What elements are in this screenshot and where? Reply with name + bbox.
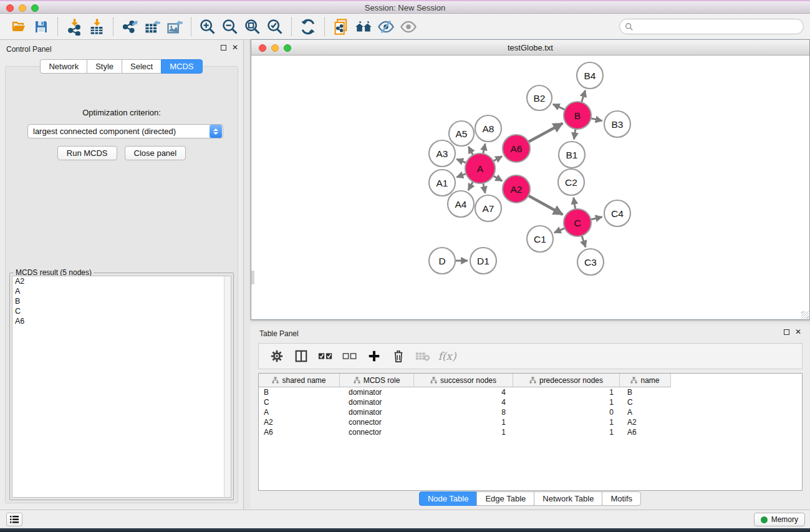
memory-status-icon [761, 516, 768, 523]
node-table[interactable]: shared nameMCDS rolesuccessor nodesprede… [258, 373, 803, 491]
search-icon [625, 22, 634, 31]
node-label-A8: A8 [483, 123, 494, 134]
function-icon: f(x) [438, 347, 456, 365]
float-panel-icon[interactable] [221, 45, 226, 51]
node-label-D1: D1 [477, 256, 489, 266]
close-panel-icon[interactable]: ✕ [232, 45, 238, 51]
node-label-D: D [438, 256, 445, 266]
tab-network-table[interactable]: Network Table [534, 491, 602, 506]
cell: B [259, 388, 340, 397]
cell: dominator [340, 398, 414, 407]
mcds-result-list[interactable]: A2ABCA6 [12, 276, 231, 498]
table-row[interactable]: A2connector11A2 [259, 417, 802, 427]
session-file-icon[interactable] [330, 16, 352, 37]
run-mcds-button[interactable]: Run MCDS [57, 146, 117, 160]
table-toolbar: f(x) [258, 343, 803, 369]
table-float-icon[interactable] [784, 329, 789, 335]
zoom-fit-icon[interactable] [241, 16, 264, 37]
tab-mcds[interactable]: MCDS [161, 59, 202, 74]
table-row[interactable]: Cdominator41C [259, 397, 802, 407]
table-close-icon[interactable]: ✕ [795, 329, 801, 335]
chevron-updown-icon [210, 125, 222, 138]
optimization-select[interactable]: largest connected component (directed) [27, 124, 223, 138]
search-input[interactable] [637, 22, 798, 31]
tab-edge-table[interactable]: Edge Table [476, 491, 534, 506]
export-network-icon[interactable] [118, 16, 141, 37]
column-header-predecessor-nodes[interactable]: predecessor nodes [513, 374, 620, 387]
control-panel-title: Control Panel [6, 45, 52, 54]
cell: A6 [620, 428, 671, 437]
table-row[interactable]: Adominator80A [259, 407, 802, 417]
tab-select[interactable]: Select [122, 59, 162, 74]
cell: A2 [620, 418, 671, 427]
import-table-icon[interactable] [85, 16, 108, 37]
desktop-strip [0, 528, 810, 532]
mcds-panel: Optimization criterion: largest connecte… [5, 66, 238, 503]
resize-grip[interactable] [801, 311, 809, 319]
export-image-icon[interactable] [163, 16, 186, 37]
node-label-C3: C3 [584, 257, 597, 268]
home-icon[interactable] [352, 16, 375, 37]
cell: 0 [513, 408, 620, 417]
result-item[interactable]: A [12, 286, 231, 296]
node-label-A6: A6 [511, 143, 523, 154]
task-list-button[interactable] [6, 513, 22, 526]
save-session-icon[interactable] [30, 16, 52, 37]
zoom-out-icon[interactable] [219, 16, 241, 37]
table-row[interactable]: Bdominator41B [259, 387, 802, 397]
show-eye-icon[interactable] [397, 16, 420, 37]
mcds-result-group: MCDS result (5 nodes) A2ABCA6 [9, 273, 234, 500]
zoom-in-icon[interactable] [196, 16, 219, 37]
trash-icon[interactable] [389, 347, 408, 365]
cell: 1 [414, 428, 513, 437]
node-label-B4: B4 [584, 70, 596, 81]
gear-icon[interactable] [268, 347, 286, 365]
memory-button[interactable]: Memory [754, 513, 805, 526]
session-title: Session: New Session [0, 3, 810, 12]
cell: B [620, 388, 671, 397]
cell: 1 [414, 418, 513, 427]
result-item[interactable]: C [12, 306, 231, 316]
result-item[interactable]: B [12, 296, 231, 306]
cell: C [620, 398, 671, 407]
hide-eye-icon[interactable] [375, 16, 397, 37]
result-items: A2ABCA6 [12, 276, 231, 326]
add-icon[interactable] [365, 347, 383, 365]
column-header-MCDS-role[interactable]: MCDS role [340, 374, 414, 387]
cell: 4 [414, 398, 513, 407]
cell: 1 [513, 418, 620, 427]
network-window-titlebar[interactable]: testGlobe.txt [251, 40, 809, 56]
column-header-shared-name[interactable]: shared name [259, 374, 340, 387]
search-field[interactable] [619, 19, 804, 34]
result-item[interactable]: A2 [12, 276, 231, 286]
cell: A2 [259, 418, 340, 427]
zoom-selected-icon[interactable] [264, 16, 286, 37]
control-panel: Control Panel ✕ NetworkStyleSelectMCDS O… [0, 40, 244, 510]
refresh-icon[interactable] [297, 16, 319, 37]
tab-network[interactable]: Network [40, 59, 87, 74]
node-label-C4: C4 [611, 208, 624, 219]
tab-motifs[interactable]: Motifs [602, 491, 641, 506]
deselect-all-icon[interactable] [340, 347, 359, 365]
import-network-icon[interactable] [63, 16, 85, 37]
result-item[interactable]: A6 [12, 316, 231, 326]
optimization-value: largest connected component (directed) [28, 127, 210, 136]
result-scrollbar[interactable] [224, 276, 231, 497]
tab-style[interactable]: Style [87, 59, 122, 74]
table-row[interactable]: A6connector11A6 [259, 427, 802, 437]
cell: dominator [340, 408, 414, 417]
column-header-name[interactable]: name [620, 374, 671, 387]
open-file-icon[interactable] [7, 16, 30, 37]
network-canvas[interactable]: B4B2BB3A5A8A6B1A3AC2A1A2A4A7C4CC1DD1C3 [251, 56, 809, 319]
tab-node-table[interactable]: Node Table [419, 491, 478, 506]
columns-icon[interactable] [292, 347, 311, 365]
column-header-successor-nodes[interactable]: successor nodes [414, 374, 513, 387]
export-table-icon[interactable] [141, 16, 163, 37]
select-all-icon[interactable] [316, 347, 335, 365]
cell: connector [340, 418, 414, 427]
close-panel-button[interactable]: Close panel [125, 146, 186, 160]
cell: dominator [340, 388, 414, 397]
node-label-C: C [574, 218, 581, 228]
cell: 1 [513, 398, 620, 407]
node-label-C1: C1 [534, 234, 546, 244]
